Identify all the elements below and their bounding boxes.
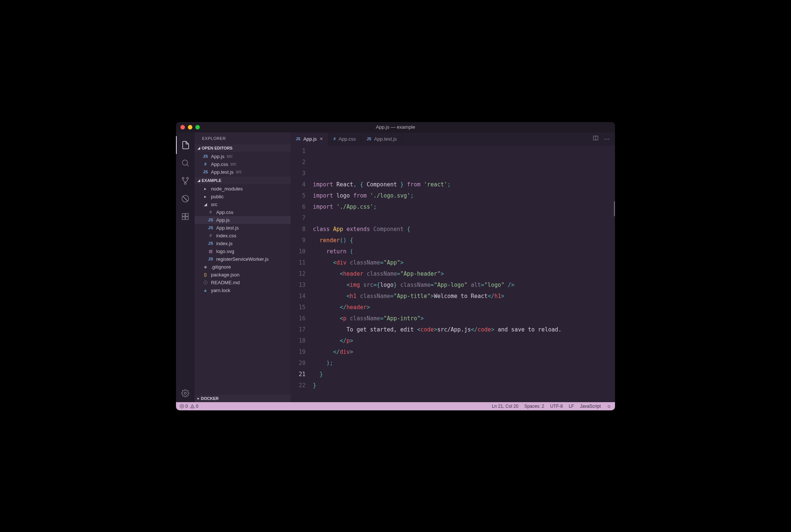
code-line[interactable] — [313, 212, 615, 224]
editor-tab[interactable]: JSApp.test.js — [361, 132, 402, 145]
file-name: App.js — [211, 154, 224, 159]
svg-rect-7 — [186, 213, 188, 216]
tree-item[interactable]: JSApp.test.js — [195, 224, 291, 232]
vscode-window: App.js — example EXPLORER — [176, 122, 615, 410]
code-line[interactable]: </div> — [313, 346, 615, 358]
warnings-indicator[interactable]: 0 — [190, 404, 198, 409]
end-of-line[interactable]: LF — [569, 404, 574, 409]
tree-item[interactable]: ⓘREADME.md — [195, 279, 291, 286]
code-line[interactable]: import logo from './logo.svg'; — [313, 190, 615, 201]
code-line[interactable]: <h1 className="App-title">Welcome to Rea… — [313, 291, 615, 302]
open-editors-header[interactable]: ◢ OPEN EDITORS — [195, 144, 291, 152]
tab-label: App.test.js — [374, 136, 397, 142]
tab-label: App.css — [339, 136, 356, 142]
file-name: node_modules — [211, 186, 243, 192]
file-name: index.css — [216, 233, 236, 238]
tree-item[interactable]: ▲yarn.lock — [195, 286, 291, 294]
code-line[interactable]: return ( — [313, 246, 615, 257]
source-control-icon[interactable] — [176, 172, 195, 190]
file-name: App.js — [216, 217, 230, 223]
tree-item[interactable]: ◢src — [195, 201, 291, 208]
code-line[interactable]: <p className="App-intro"> — [313, 313, 615, 324]
split-editor-icon[interactable] — [593, 135, 599, 142]
indentation[interactable]: Spaces: 2 — [524, 404, 544, 409]
chevron-down-icon: ◢ — [198, 146, 200, 150]
debug-icon[interactable] — [176, 190, 195, 208]
feedback-icon[interactable]: ☺ — [607, 404, 611, 409]
line-number: 10 — [291, 246, 305, 257]
tree-item[interactable]: JSApp.js — [195, 216, 291, 224]
line-number: 19 — [291, 346, 305, 358]
code-line[interactable]: import './App.css'; — [313, 201, 615, 212]
open-editor-item[interactable]: JSApp.js src — [195, 153, 291, 160]
code-line[interactable]: render() { — [313, 235, 615, 246]
line-number: 4 — [291, 179, 305, 190]
cursor-position[interactable]: Ln 21, Col 20 — [492, 404, 518, 409]
search-icon[interactable] — [176, 154, 195, 172]
line-number-gutter: 12345678910111213141516171819202122 — [291, 145, 313, 402]
code-line[interactable]: <header className="App-header"> — [313, 268, 615, 279]
editor-tab[interactable]: #App.css — [329, 132, 362, 145]
tree-item[interactable]: ▸public — [195, 193, 291, 201]
line-number: 17 — [291, 324, 305, 335]
file-icon: ◆ — [202, 265, 209, 269]
code-line[interactable]: To get started, edit <code>src/App.js</c… — [313, 324, 615, 335]
line-number: 6 — [291, 201, 305, 212]
line-number: 20 — [291, 358, 305, 369]
activity-bar — [176, 132, 195, 402]
titlebar: App.js — example — [176, 122, 615, 132]
tree-item[interactable]: #App.css — [195, 208, 291, 216]
file-name: App.test.js — [211, 169, 234, 175]
language-mode[interactable]: JavaScript — [580, 404, 601, 409]
line-number: 1 — [291, 145, 305, 157]
code-line[interactable]: import React, { Component } from 'react'… — [313, 179, 615, 190]
code-line[interactable]: <img src={logo} className="App-logo" alt… — [313, 279, 615, 291]
project-header[interactable]: ◢ EXAMPLE — [195, 177, 291, 184]
tree-item[interactable]: {}package.json — [195, 271, 291, 279]
project-tree: ▸node_modules▸public◢src#App.cssJSApp.js… — [195, 184, 291, 395]
code-line[interactable]: } — [313, 380, 615, 391]
file-dir: src — [227, 154, 233, 159]
code-content[interactable]: import React, { Component } from 'react'… — [313, 145, 615, 402]
tree-item[interactable]: #index.css — [195, 232, 291, 240]
encoding[interactable]: UTF-8 — [550, 404, 563, 409]
tab-label: App.js — [303, 136, 317, 142]
explorer-icon[interactable] — [176, 136, 195, 154]
tree-item[interactable]: ▸node_modules — [195, 185, 291, 193]
code-line[interactable]: </header> — [313, 302, 615, 313]
status-left: 0 0 — [180, 404, 198, 409]
tree-item[interactable]: JSregisterServiceWorker.js — [195, 255, 291, 263]
main-body: EXPLORER ◢ OPEN EDITORS JSApp.js src#App… — [176, 132, 615, 402]
file-name: .gitignore — [211, 264, 231, 270]
line-number: 11 — [291, 257, 305, 268]
file-name: yarn.lock — [211, 288, 230, 293]
tree-item[interactable]: JSindex.js — [195, 240, 291, 247]
code-line[interactable]: class App extends Component { — [313, 224, 615, 235]
errors-indicator[interactable]: 0 — [180, 404, 188, 409]
open-editors-label: OPEN EDITORS — [202, 146, 233, 150]
code-line[interactable]: <div className="App"> — [313, 257, 615, 268]
open-editor-item[interactable]: JSApp.test.js src — [195, 168, 291, 176]
settings-gear-icon[interactable] — [176, 384, 195, 402]
code-line[interactable] — [313, 391, 615, 402]
scrollbar-thumb[interactable] — [614, 201, 615, 216]
chevron-down-icon: ◢ — [198, 179, 200, 182]
tree-item[interactable]: ◆.gitignore — [195, 263, 291, 271]
svg-point-3 — [187, 177, 189, 179]
editor-tab[interactable]: JSApp.js× — [291, 132, 329, 145]
status-bar: 0 0 Ln 21, Col 20 Spaces: 2 UTF-8 LF Jav… — [176, 402, 615, 410]
close-icon[interactable]: × — [320, 136, 323, 142]
tree-item[interactable]: ▧logo.svg — [195, 247, 291, 255]
file-name: src — [211, 202, 217, 207]
chevron-right-icon: ▸ — [198, 397, 199, 400]
open-editor-item[interactable]: #App.css src — [195, 160, 291, 168]
file-icon: JS — [366, 137, 371, 141]
code-line[interactable]: } — [313, 369, 615, 380]
more-icon[interactable]: ⋯ — [604, 135, 610, 142]
docker-header[interactable]: ▸ DOCKER — [195, 395, 291, 402]
extensions-icon[interactable] — [176, 208, 195, 225]
line-number: 8 — [291, 224, 305, 235]
editor[interactable]: 12345678910111213141516171819202122 impo… — [291, 145, 615, 402]
code-line[interactable]: </p> — [313, 335, 615, 346]
code-line[interactable]: ); — [313, 358, 615, 369]
